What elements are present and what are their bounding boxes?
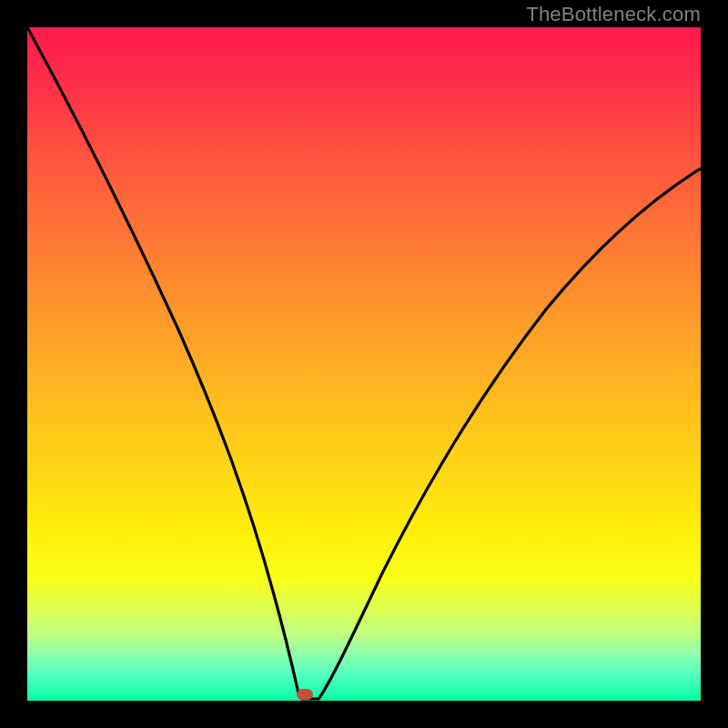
chart-frame: TheBottleneck.com (0, 0, 728, 728)
bottleneck-curve (27, 27, 701, 699)
curve-layer (27, 27, 701, 701)
optimal-point-marker (297, 689, 313, 700)
watermark-text: TheBottleneck.com (526, 3, 701, 26)
plot-area (27, 27, 701, 701)
